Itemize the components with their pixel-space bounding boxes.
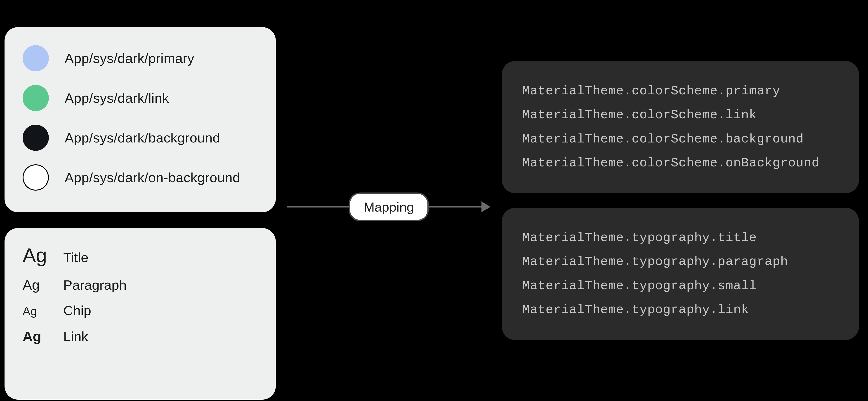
typo-sample-chip: Ag [23,304,50,318]
typo-label: Chip [63,303,91,319]
swatch-primary [23,45,49,71]
color-row-background: App/sys/dark/background [23,125,258,151]
code-line: MaterialTheme.typography.paragraph [522,250,839,274]
code-card-typography: MaterialTheme.typography.title MaterialT… [502,208,859,340]
typo-row-link: Ag Link [23,328,258,344]
color-label: App/sys/dark/link [65,90,169,106]
mapping-arrow: Mapping [287,191,491,223]
code-line: MaterialTheme.colorScheme.primary [522,79,839,103]
code-line: MaterialTheme.typography.small [522,274,839,298]
color-row-link: App/sys/dark/link [23,85,258,111]
code-line: MaterialTheme.colorScheme.onBackground [522,151,839,175]
typo-sample-paragraph: Ag [23,277,50,293]
swatch-background [23,125,49,151]
arrow-head-icon [482,201,491,212]
code-line: MaterialTheme.typography.link [522,298,839,322]
typo-row-title: Ag Title [23,244,258,267]
color-label: App/sys/dark/primary [65,51,194,66]
code-line: MaterialTheme.colorScheme.link [522,103,839,127]
color-label: App/sys/dark/background [65,130,220,146]
code-line: MaterialTheme.colorScheme.background [522,127,839,151]
typo-sample-link: Ag [23,328,50,344]
typo-row-chip: Ag Chip [23,303,258,319]
swatch-on-background [23,164,49,191]
swatch-link [23,85,49,111]
diagram-canvas: App/sys/dark/primary App/sys/dark/link A… [0,0,868,401]
color-label: App/sys/dark/on-background [65,170,240,186]
typo-label: Link [63,329,88,344]
typo-sample-title: Ag [23,244,50,267]
code-line: MaterialTheme.typography.title [522,226,839,250]
typography-tokens-card: Ag Title Ag Paragraph Ag Chip Ag Link [4,228,276,400]
color-tokens-card: App/sys/dark/primary App/sys/dark/link A… [4,27,276,212]
color-row-primary: App/sys/dark/primary [23,45,258,71]
typo-label: Paragraph [63,277,127,293]
code-card-colors: MaterialTheme.colorScheme.primary Materi… [502,61,859,193]
typo-label: Title [63,250,88,265]
color-row-on-background: App/sys/dark/on-background [23,164,258,191]
mapping-pill: Mapping [349,193,429,221]
typo-row-paragraph: Ag Paragraph [23,277,258,293]
